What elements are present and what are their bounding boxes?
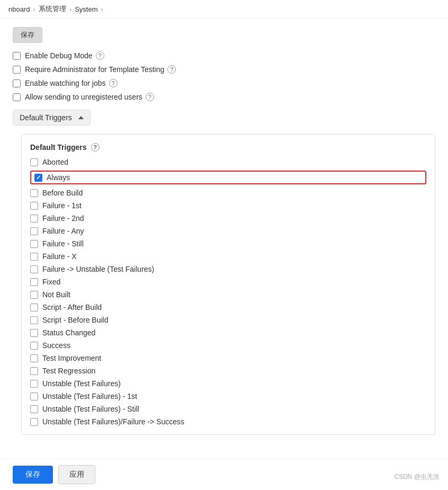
not-built-checkbox[interactable] xyxy=(30,291,38,299)
unstable-1st-checkbox[interactable] xyxy=(30,393,38,400)
default-triggers-toggle[interactable]: Default Triggers xyxy=(13,110,91,126)
failure-any-checkbox[interactable] xyxy=(30,227,38,235)
before-build-checkbox[interactable] xyxy=(30,189,38,197)
breadcrumb-sep-3: › xyxy=(101,5,103,13)
watch-jobs-checkbox[interactable] xyxy=(13,79,21,87)
trigger-item-script-after: Script - After Build xyxy=(30,303,426,311)
fixed-label[interactable]: Fixed xyxy=(42,278,60,286)
setting-item-debug-mode: Enable Debug Mode ? xyxy=(13,51,435,60)
trigger-item-failure-2nd: Failure - 2nd xyxy=(30,214,426,222)
aborted-checkbox[interactable] xyxy=(30,158,38,166)
unstable-failure-success-checkbox[interactable] xyxy=(30,418,38,426)
trigger-item-fixed: Fixed xyxy=(30,278,426,286)
trigger-item-failure-still: Failure - Still xyxy=(30,239,426,248)
top-button-area: 保存 xyxy=(13,27,435,43)
failure-unstable-label[interactable]: Failure -> Unstable (Test Failures) xyxy=(42,265,154,273)
unstable-1st-label[interactable]: Unstable (Test Failures) - 1st xyxy=(42,392,137,400)
status-changed-checkbox[interactable] xyxy=(30,329,38,337)
trigger-item-unstable-failure-success: Unstable (Test Failures)/Failure -> Succ… xyxy=(30,417,426,426)
before-build-label[interactable]: Before Build xyxy=(42,189,83,197)
always-checkbox[interactable] xyxy=(34,174,42,182)
breadcrumb-item-system[interactable]: System xyxy=(75,5,97,13)
failure-x-label[interactable]: Failure - X xyxy=(42,252,77,261)
unstable-still-checkbox[interactable] xyxy=(30,405,38,413)
breadcrumb: nboard › 系统管理 › System › xyxy=(0,0,448,19)
apply-button[interactable]: 应用 xyxy=(58,465,95,484)
require-admin-checkbox[interactable] xyxy=(13,66,21,74)
unstable-failure-success-label[interactable]: Unstable (Test Failures)/Failure -> Succ… xyxy=(42,417,184,426)
fixed-checkbox[interactable] xyxy=(30,278,38,286)
chevron-up-icon xyxy=(78,116,84,119)
trigger-item-failure-x: Failure - X xyxy=(30,252,426,261)
unstable-still-label[interactable]: Unstable (Test Failures) - Still xyxy=(42,405,139,413)
debug-mode-help-icon[interactable]: ? xyxy=(96,51,104,60)
script-before-checkbox[interactable] xyxy=(30,316,38,324)
failure-unstable-checkbox[interactable] xyxy=(30,265,38,273)
test-regression-label[interactable]: Test Regression xyxy=(42,367,95,375)
trigger-list: Aborted Always Before Build Failure - 1s… xyxy=(30,158,426,426)
page-content: 保存 Enable Debug Mode ? Require Administr… xyxy=(0,19,448,454)
success-label[interactable]: Success xyxy=(42,341,70,350)
unstable-test-failures-checkbox[interactable] xyxy=(30,380,38,388)
triggers-panel-title: Default Triggers xyxy=(30,143,87,152)
setting-item-allow-unregistered: Allow sending to unregistered users ? xyxy=(13,93,435,101)
debug-mode-label[interactable]: Enable Debug Mode ? xyxy=(25,51,104,60)
breadcrumb-sep-1: › xyxy=(33,5,35,13)
trigger-item-not-built: Not Built xyxy=(30,290,426,299)
default-triggers-toggle-label: Default Triggers xyxy=(20,113,72,122)
always-label[interactable]: Always xyxy=(47,173,70,182)
watch-jobs-help-icon[interactable]: ? xyxy=(109,79,118,87)
success-checkbox[interactable] xyxy=(30,342,38,350)
trigger-item-test-improvement: Test Improvement xyxy=(30,354,426,362)
setting-item-watch-jobs: Enable watching for jobs ? xyxy=(13,79,435,87)
require-admin-help-icon[interactable]: ? xyxy=(167,65,176,74)
trigger-item-before-build: Before Build xyxy=(30,189,426,197)
failure-still-checkbox[interactable] xyxy=(30,240,38,248)
watermark: CSDN @虫无涯 xyxy=(394,473,440,482)
trigger-item-script-before: Script - Before Build xyxy=(30,316,426,324)
trigger-item-unstable-still: Unstable (Test Failures) - Still xyxy=(30,405,426,413)
trigger-item-test-regression: Test Regression xyxy=(30,367,426,375)
top-save-button[interactable]: 保存 xyxy=(13,27,42,43)
breadcrumb-sep-2: › xyxy=(69,5,71,13)
script-after-label[interactable]: Script - After Build xyxy=(42,303,102,311)
test-regression-checkbox[interactable] xyxy=(30,367,38,375)
script-before-label[interactable]: Script - Before Build xyxy=(42,316,109,324)
aborted-label[interactable]: Aborted xyxy=(42,158,68,166)
failure-2nd-label[interactable]: Failure - 2nd xyxy=(42,214,84,222)
save-button[interactable]: 保存 xyxy=(13,466,53,484)
require-admin-label[interactable]: Require Administrator for Template Testi… xyxy=(25,65,176,74)
trigger-item-failure-any: Failure - Any xyxy=(30,227,426,235)
allow-unregistered-help-icon[interactable]: ? xyxy=(146,93,154,101)
test-improvement-label[interactable]: Test Improvement xyxy=(42,354,101,362)
triggers-panel: Default Triggers ? Aborted Always Before… xyxy=(21,134,435,435)
trigger-item-failure-1st: Failure - 1st xyxy=(30,201,426,210)
triggers-panel-help-icon[interactable]: ? xyxy=(91,143,100,152)
trigger-item-failure-unstable: Failure -> Unstable (Test Failures) xyxy=(30,265,426,273)
script-after-checkbox[interactable] xyxy=(30,304,38,311)
allow-unregistered-label[interactable]: Allow sending to unregistered users ? xyxy=(25,93,154,101)
status-changed-label[interactable]: Status Changed xyxy=(42,328,95,337)
failure-2nd-checkbox[interactable] xyxy=(30,215,38,222)
not-built-label[interactable]: Not Built xyxy=(42,290,70,299)
trigger-item-status-changed: Status Changed xyxy=(30,328,426,337)
breadcrumb-item-system-admin[interactable]: 系统管理 xyxy=(39,4,66,14)
test-improvement-checkbox[interactable] xyxy=(30,354,38,362)
failure-1st-checkbox[interactable] xyxy=(30,202,38,210)
trigger-item-aborted: Aborted xyxy=(30,158,426,166)
trigger-item-always: Always xyxy=(30,171,426,184)
watch-jobs-label[interactable]: Enable watching for jobs ? xyxy=(25,79,118,87)
breadcrumb-item-dashboard[interactable]: nboard xyxy=(8,5,30,13)
allow-unregistered-checkbox[interactable] xyxy=(13,93,21,101)
footer-actions: 保存 应用 xyxy=(0,458,448,490)
failure-x-checkbox[interactable] xyxy=(30,253,38,261)
trigger-item-unstable-1st: Unstable (Test Failures) - 1st xyxy=(30,392,426,400)
debug-mode-checkbox[interactable] xyxy=(13,52,21,60)
trigger-item-unstable-test-failures: Unstable (Test Failures) xyxy=(30,379,426,388)
settings-list: Enable Debug Mode ? Require Administrato… xyxy=(13,51,435,101)
unstable-test-failures-label[interactable]: Unstable (Test Failures) xyxy=(42,379,121,388)
trigger-item-success: Success xyxy=(30,341,426,350)
failure-any-label[interactable]: Failure - Any xyxy=(42,227,84,235)
failure-still-label[interactable]: Failure - Still xyxy=(42,239,84,248)
failure-1st-label[interactable]: Failure - 1st xyxy=(42,201,82,210)
